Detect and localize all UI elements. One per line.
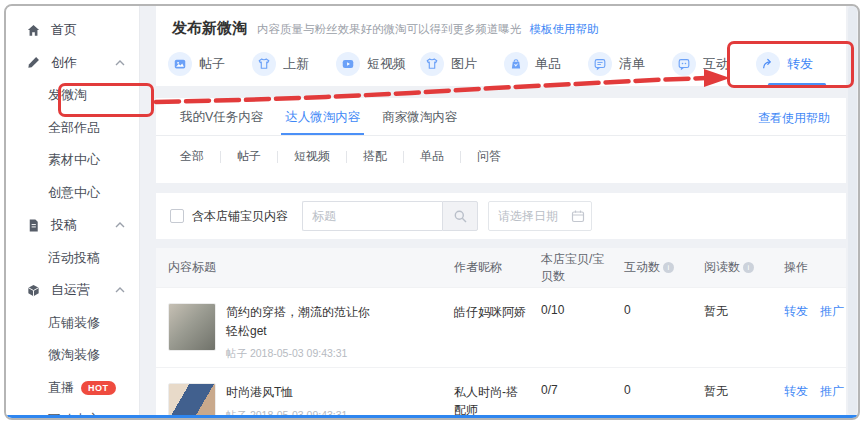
forward-action-link[interactable]: 转发	[784, 303, 808, 367]
source-tabs: 我的V任务内容 达人微淘内容 商家微淘内容	[156, 98, 846, 135]
date-picker	[488, 201, 592, 231]
content-meta: 帖子 2018-05-03 09:43:31	[226, 347, 378, 361]
interactions-cell: 0	[624, 368, 704, 420]
hot-badge: HOT	[81, 381, 116, 395]
scrollbar[interactable]	[848, 6, 857, 415]
divider	[277, 151, 278, 163]
content-type-tabs: 帖子 上新 短视频 图片	[168, 50, 840, 78]
page-subtitle: 内容质量与粉丝效果好的微淘可以得到更多频道曝光	[257, 22, 522, 37]
table-row: 时尚港风T恤 帖子 2018-05-03 09:43:31 私人时尚-搭配师 0…	[156, 367, 846, 420]
sidebar: 首页 创作 发微淘 全部作品 素材中心 创意中心 投稿	[6, 6, 140, 418]
sidebar-item-label: 直播	[48, 379, 74, 397]
interact-icon	[672, 52, 696, 76]
search-bar: 含本店铺宝贝内容	[156, 193, 846, 239]
calendar-icon	[571, 209, 585, 223]
filter-qa[interactable]: 问答	[477, 146, 501, 167]
page-header: 发布新微淘 内容质量与粉丝效果好的微淘可以得到更多频道曝光 模板使用帮助	[156, 6, 846, 38]
tab-single-item[interactable]: 单品	[504, 50, 588, 78]
info-icon[interactable]	[743, 262, 754, 273]
tab-new-arrival[interactable]: 上新	[252, 50, 336, 78]
sidebar-item-shop-decoration[interactable]: 店铺装修	[6, 307, 139, 340]
sidebar-item-creative-center[interactable]: 创意中心	[6, 177, 139, 210]
actions-cell: 转发 推广	[784, 368, 846, 420]
sidebar-item-label: 微淘装修	[48, 346, 100, 364]
checkbox-label: 含本店铺宝贝内容	[192, 208, 288, 225]
sidebar-item-label: 店铺装修	[48, 314, 100, 332]
search-button[interactable]	[442, 201, 478, 231]
list-icon	[588, 52, 612, 76]
shop-items-cell: 0/7	[541, 368, 624, 420]
content-title-cell: 简约的穿搭，潮流的范让你轻松get 帖子 2018-05-03 09:43:31	[168, 288, 454, 367]
col-interactions: 互动数	[624, 259, 704, 275]
sidebar-item-label: 活动投稿	[48, 249, 100, 267]
divider	[403, 151, 404, 163]
chevron-up-icon	[115, 287, 125, 293]
tab-label: 清单	[619, 55, 645, 73]
filter-post[interactable]: 帖子	[237, 146, 261, 167]
publish-card: 发布新微淘 内容质量与粉丝效果好的微淘可以得到更多频道曝光 模板使用帮助 帖子 …	[156, 6, 846, 86]
sidebar-item-create[interactable]: 创作	[6, 47, 139, 80]
filter-all[interactable]: 全部	[180, 146, 204, 167]
sidebar-item-post-weitao[interactable]: 发微淘	[6, 79, 139, 112]
sidebar-item-label: 投稿	[51, 216, 77, 234]
document-icon	[26, 218, 41, 233]
promote-action-link[interactable]: 推广	[820, 303, 844, 367]
table-header: 内容标题 作者昵称 本店宝贝/宝贝数 互动数 阅读数 操作	[156, 248, 846, 287]
content-thumbnail	[168, 303, 216, 351]
divider	[460, 151, 461, 163]
content-title-cell: 时尚港风T恤 帖子 2018-05-03 09:43:31	[168, 368, 454, 420]
sidebar-item-label: 素材中心	[48, 151, 100, 169]
tab-forward[interactable]: 转发	[756, 50, 840, 78]
short-video-icon	[336, 52, 360, 76]
content-title: 简约的穿搭，潮流的范让你轻松get	[226, 303, 378, 340]
col-shop-items: 本店宝贝/宝贝数	[541, 251, 624, 283]
sidebar-item-label: 自运营	[51, 281, 90, 299]
tab-label: 转发	[787, 55, 813, 73]
single-item-icon	[504, 52, 528, 76]
col-actions: 操作	[784, 259, 846, 275]
col-content-title: 内容标题	[168, 259, 454, 275]
filter-short-video[interactable]: 短视频	[294, 146, 330, 167]
sidebar-item-weitao-decoration[interactable]: 微淘装修	[6, 339, 139, 372]
sidebar-item-home[interactable]: 首页	[6, 14, 139, 47]
picture-icon	[420, 52, 444, 76]
info-icon[interactable]	[663, 262, 674, 273]
tab-short-video[interactable]: 短视频	[336, 50, 420, 78]
window-bottom-edge	[6, 415, 858, 418]
sidebar-item-label: 发微淘	[48, 86, 87, 104]
tab-daren-weitao-content[interactable]: 达人微淘内容	[285, 109, 360, 135]
tab-picture[interactable]: 图片	[420, 50, 504, 78]
sidebar-item-all-works[interactable]: 全部作品	[6, 112, 139, 145]
template-help-link[interactable]: 模板使用帮助	[530, 22, 599, 37]
interactions-cell: 0	[624, 288, 704, 367]
tab-label: 短视频	[367, 55, 406, 73]
tab-merchant-weitao-content[interactable]: 商家微淘内容	[382, 109, 457, 135]
search-icon	[453, 209, 468, 224]
filter-single-item[interactable]: 单品	[420, 146, 444, 167]
tab-list[interactable]: 清单	[588, 50, 672, 78]
filter-outfit[interactable]: 搭配	[363, 146, 387, 167]
type-filters: 全部 帖子 短视频 搭配 单品 问答	[180, 146, 501, 167]
content-table: 内容标题 作者昵称 本店宝贝/宝贝数 互动数 阅读数 操作 简约的穿搭，潮流的范…	[156, 248, 846, 418]
usage-help-link[interactable]: 查看使用帮助	[758, 110, 830, 127]
title-search-input[interactable]	[302, 201, 442, 231]
col-reads: 阅读数	[704, 259, 784, 275]
tab-post[interactable]: 帖子	[168, 50, 252, 78]
sidebar-item-material-center[interactable]: 素材中心	[6, 144, 139, 177]
shop-items-cell: 0/10	[541, 288, 624, 367]
sidebar-item-live[interactable]: 直播 HOT	[6, 372, 139, 405]
tab-my-v-task-content[interactable]: 我的V任务内容	[180, 109, 263, 135]
tab-interact[interactable]: 互动	[672, 50, 756, 78]
tab-label: 图片	[451, 55, 477, 73]
include-shop-items-checkbox[interactable]	[170, 209, 184, 223]
sidebar-item-activity-submission[interactable]: 活动投稿	[6, 242, 139, 275]
tab-label: 上新	[283, 55, 309, 73]
chevron-up-icon	[115, 60, 125, 66]
title-search-group	[302, 201, 478, 231]
sidebar-item-self-operation[interactable]: 自运营	[6, 274, 139, 307]
sidebar-item-submission[interactable]: 投稿	[6, 209, 139, 242]
divider	[220, 151, 221, 163]
sidebar-item-label: 创作	[51, 54, 77, 72]
home-icon	[26, 23, 41, 38]
actions-cell: 转发 推广	[784, 288, 846, 367]
